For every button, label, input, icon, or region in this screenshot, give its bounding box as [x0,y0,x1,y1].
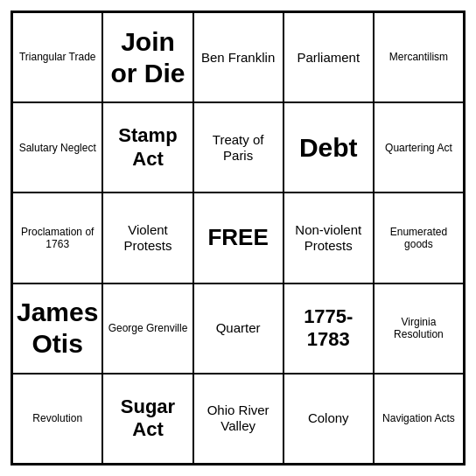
cell-text-0: Triangular Trade [17,51,98,63]
cell-text-14: Enumerated goods [378,226,459,251]
bingo-cell-12: FREE [193,192,284,283]
bingo-cell-4: Mercantilism [374,12,464,102]
bingo-board: Triangular TradeJoin or DieBen FranklinP… [10,10,466,466]
cell-text-23: Colony [288,410,369,426]
bingo-cell-20: Revolution [12,374,102,464]
cell-text-13: Non-violent Protests [288,222,369,254]
cell-text-19: Virginia Resolution [378,316,459,341]
cell-text-18: 1775-1783 [288,305,369,352]
cell-text-7: Treaty of Paris [198,132,279,164]
bingo-cell-1: Join or Die [102,12,192,102]
bingo-cell-22: Ohio River Valley [193,374,284,464]
cell-text-11: Violent Protests [107,222,188,254]
cell-text-12: FREE [198,224,279,251]
cell-text-2: Ben Franklin [198,50,279,66]
bingo-cell-18: 1775-1783 [284,284,374,374]
bingo-cell-13: Non-violent Protests [284,192,374,283]
cell-text-3: Parliament [288,50,369,66]
cell-text-6: Stamp Act [107,124,188,171]
cell-text-15: James Otis [17,297,98,360]
bingo-cell-16: George Grenville [102,284,192,374]
cell-text-20: Revolution [17,412,98,424]
bingo-cell-3: Parliament [284,12,374,102]
bingo-cell-24: Navigation Acts [374,374,464,464]
bingo-cell-2: Ben Franklin [193,12,284,102]
bingo-cell-7: Treaty of Paris [193,102,284,192]
bingo-cell-5: Salutary Neglect [12,102,102,192]
bingo-cell-10: Proclamation of 1763 [12,192,102,283]
bingo-cell-11: Violent Protests [102,192,192,283]
bingo-cell-19: Virginia Resolution [374,284,464,374]
cell-text-21: Sugar Act [107,396,188,442]
cell-text-8: Debt [288,132,369,164]
bingo-cell-9: Quartering Act [374,102,464,192]
bingo-cell-17: Quarter [193,284,284,374]
cell-text-22: Ohio River Valley [198,402,279,434]
cell-text-10: Proclamation of 1763 [17,226,98,251]
bingo-cell-21: Sugar Act [102,374,192,464]
cell-text-1: Join or Die [107,26,188,89]
cell-text-5: Salutary Neglect [17,142,98,154]
cell-text-17: Quarter [198,320,279,336]
bingo-cell-0: Triangular Trade [12,12,102,102]
bingo-cell-8: Debt [284,102,374,192]
bingo-cell-23: Colony [284,374,374,464]
bingo-cell-15: James Otis [12,284,102,374]
cell-text-24: Navigation Acts [378,412,459,424]
cell-text-9: Quartering Act [378,142,459,154]
bingo-cell-6: Stamp Act [102,102,192,192]
bingo-cell-14: Enumerated goods [374,192,464,283]
cell-text-16: George Grenville [107,322,188,334]
cell-text-4: Mercantilism [378,51,459,63]
